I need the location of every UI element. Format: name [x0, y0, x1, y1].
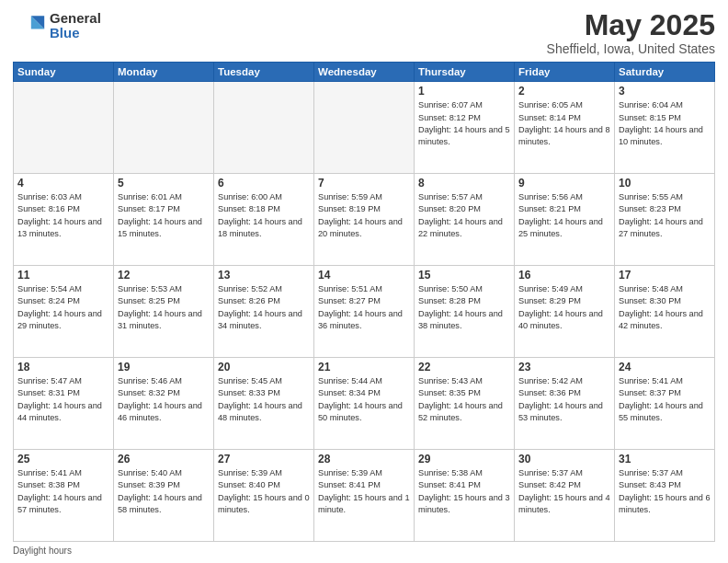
day-info: Sunrise: 6:04 AM Sunset: 8:15 PM Dayligh… — [619, 99, 711, 148]
day-number: 9 — [518, 177, 610, 190]
table-row: 3Sunrise: 6:04 AM Sunset: 8:15 PM Daylig… — [615, 82, 715, 174]
day-number: 4 — [17, 177, 109, 190]
col-sunday: Sunday — [14, 63, 114, 82]
day-info: Sunrise: 6:03 AM Sunset: 8:16 PM Dayligh… — [17, 191, 109, 240]
table-row: 24Sunrise: 5:41 AM Sunset: 8:37 PM Dayli… — [615, 358, 715, 450]
table-row: 31Sunrise: 5:37 AM Sunset: 8:43 PM Dayli… — [615, 450, 715, 542]
table-row: 4Sunrise: 6:03 AM Sunset: 8:16 PM Daylig… — [14, 174, 114, 266]
col-wednesday: Wednesday — [314, 63, 415, 82]
table-row: 11Sunrise: 5:54 AM Sunset: 8:24 PM Dayli… — [14, 266, 114, 358]
day-info: Sunrise: 6:05 AM Sunset: 8:14 PM Dayligh… — [518, 99, 610, 148]
day-info: Sunrise: 5:51 AM Sunset: 8:27 PM Dayligh… — [318, 283, 410, 332]
day-info: Sunrise: 5:38 AM Sunset: 8:41 PM Dayligh… — [418, 467, 510, 516]
day-number: 23 — [518, 361, 610, 373]
table-row: 16Sunrise: 5:49 AM Sunset: 8:29 PM Dayli… — [515, 266, 615, 358]
title-month: May 2025 — [547, 9, 715, 41]
day-info: Sunrise: 5:37 AM Sunset: 8:43 PM Dayligh… — [619, 467, 711, 516]
col-friday: Friday — [515, 63, 615, 82]
day-info: Sunrise: 5:39 AM Sunset: 8:41 PM Dayligh… — [318, 467, 410, 516]
table-row: 2Sunrise: 6:05 AM Sunset: 8:14 PM Daylig… — [515, 82, 615, 174]
footer-note: Daylight hours — [13, 546, 715, 556]
day-info: Sunrise: 5:43 AM Sunset: 8:35 PM Dayligh… — [418, 375, 510, 424]
day-number: 16 — [518, 269, 610, 282]
day-number: 12 — [118, 269, 210, 282]
table-row — [114, 82, 214, 174]
day-info: Sunrise: 5:44 AM Sunset: 8:34 PM Dayligh… — [318, 375, 410, 424]
day-number: 14 — [318, 269, 410, 282]
day-info: Sunrise: 5:40 AM Sunset: 8:39 PM Dayligh… — [118, 467, 210, 516]
day-number: 21 — [318, 361, 410, 373]
day-info: Sunrise: 6:01 AM Sunset: 8:17 PM Dayligh… — [118, 191, 210, 240]
table-row: 7Sunrise: 5:59 AM Sunset: 8:19 PM Daylig… — [314, 174, 415, 266]
table-row: 20Sunrise: 5:45 AM Sunset: 8:33 PM Dayli… — [214, 358, 314, 450]
day-number: 19 — [118, 361, 210, 373]
title-block: May 2025 Sheffield, Iowa, United States — [547, 9, 715, 56]
day-info: Sunrise: 5:41 AM Sunset: 8:37 PM Dayligh… — [619, 375, 711, 424]
day-number: 2 — [518, 85, 610, 98]
day-number: 25 — [17, 453, 109, 465]
table-row: 6Sunrise: 6:00 AM Sunset: 8:18 PM Daylig… — [214, 174, 314, 266]
calendar-week-2: 4Sunrise: 6:03 AM Sunset: 8:16 PM Daylig… — [14, 174, 715, 266]
day-number: 7 — [318, 177, 410, 190]
day-number: 27 — [218, 453, 310, 465]
day-number: 31 — [619, 453, 711, 465]
table-row — [14, 82, 114, 174]
day-number: 13 — [218, 269, 310, 282]
day-number: 30 — [518, 453, 610, 465]
col-monday: Monday — [114, 63, 214, 82]
table-row: 17Sunrise: 5:48 AM Sunset: 8:30 PM Dayli… — [615, 266, 715, 358]
day-number: 8 — [418, 177, 510, 190]
calendar-week-4: 18Sunrise: 5:47 AM Sunset: 8:31 PM Dayli… — [14, 358, 715, 450]
logo-general-text: General — [50, 11, 101, 27]
table-row: 25Sunrise: 5:41 AM Sunset: 8:38 PM Dayli… — [14, 450, 114, 542]
table-row: 28Sunrise: 5:39 AM Sunset: 8:41 PM Dayli… — [314, 450, 415, 542]
col-tuesday: Tuesday — [214, 63, 314, 82]
day-info: Sunrise: 5:59 AM Sunset: 8:19 PM Dayligh… — [318, 191, 410, 240]
day-info: Sunrise: 5:48 AM Sunset: 8:30 PM Dayligh… — [619, 283, 711, 332]
table-row: 5Sunrise: 6:01 AM Sunset: 8:17 PM Daylig… — [114, 174, 214, 266]
col-saturday: Saturday — [615, 63, 715, 82]
logo: General Blue — [13, 9, 101, 42]
table-row: 22Sunrise: 5:43 AM Sunset: 8:35 PM Dayli… — [415, 358, 515, 450]
table-row: 30Sunrise: 5:37 AM Sunset: 8:42 PM Dayli… — [515, 450, 615, 542]
table-row: 18Sunrise: 5:47 AM Sunset: 8:31 PM Dayli… — [14, 358, 114, 450]
table-row: 10Sunrise: 5:55 AM Sunset: 8:23 PM Dayli… — [615, 174, 715, 266]
table-row: 27Sunrise: 5:39 AM Sunset: 8:40 PM Dayli… — [214, 450, 314, 542]
calendar-week-3: 11Sunrise: 5:54 AM Sunset: 8:24 PM Dayli… — [14, 266, 715, 358]
day-info: Sunrise: 5:50 AM Sunset: 8:28 PM Dayligh… — [418, 283, 510, 332]
day-info: Sunrise: 6:00 AM Sunset: 8:18 PM Dayligh… — [218, 191, 310, 240]
calendar-table: Sunday Monday Tuesday Wednesday Thursday… — [13, 62, 715, 542]
table-row: 14Sunrise: 5:51 AM Sunset: 8:27 PM Dayli… — [314, 266, 415, 358]
table-row: 1Sunrise: 6:07 AM Sunset: 8:12 PM Daylig… — [415, 82, 515, 174]
title-location: Sheffield, Iowa, United States — [547, 41, 715, 56]
day-number: 3 — [619, 85, 711, 98]
day-info: Sunrise: 5:57 AM Sunset: 8:20 PM Dayligh… — [418, 191, 510, 240]
header: General Blue May 2025 Sheffield, Iowa, U… — [13, 9, 715, 56]
calendar-week-1: 1Sunrise: 6:07 AM Sunset: 8:12 PM Daylig… — [14, 82, 715, 174]
day-number: 26 — [118, 453, 210, 465]
calendar-header-row: Sunday Monday Tuesday Wednesday Thursday… — [14, 63, 715, 82]
day-info: Sunrise: 5:55 AM Sunset: 8:23 PM Dayligh… — [619, 191, 711, 240]
calendar-week-5: 25Sunrise: 5:41 AM Sunset: 8:38 PM Dayli… — [14, 450, 715, 542]
day-number: 22 — [418, 361, 510, 373]
day-info: Sunrise: 6:07 AM Sunset: 8:12 PM Dayligh… — [418, 99, 510, 148]
day-number: 28 — [318, 453, 410, 465]
day-number: 11 — [17, 269, 109, 282]
day-number: 15 — [418, 269, 510, 282]
logo-text: General Blue — [50, 11, 101, 41]
table-row: 26Sunrise: 5:40 AM Sunset: 8:39 PM Dayli… — [114, 450, 214, 542]
day-info: Sunrise: 5:37 AM Sunset: 8:42 PM Dayligh… — [518, 467, 610, 516]
page: General Blue May 2025 Sheffield, Iowa, U… — [0, 0, 728, 563]
day-info: Sunrise: 5:53 AM Sunset: 8:25 PM Dayligh… — [118, 283, 210, 332]
day-info: Sunrise: 5:54 AM Sunset: 8:24 PM Dayligh… — [17, 283, 109, 332]
table-row: 12Sunrise: 5:53 AM Sunset: 8:25 PM Dayli… — [114, 266, 214, 358]
table-row: 21Sunrise: 5:44 AM Sunset: 8:34 PM Dayli… — [314, 358, 415, 450]
day-info: Sunrise: 5:39 AM Sunset: 8:40 PM Dayligh… — [218, 467, 310, 516]
day-number: 1 — [418, 85, 510, 98]
table-row: 23Sunrise: 5:42 AM Sunset: 8:36 PM Dayli… — [515, 358, 615, 450]
table-row — [214, 82, 314, 174]
day-info: Sunrise: 5:52 AM Sunset: 8:26 PM Dayligh… — [218, 283, 310, 332]
logo-icon — [13, 9, 46, 42]
day-info: Sunrise: 5:41 AM Sunset: 8:38 PM Dayligh… — [17, 467, 109, 516]
table-row: 15Sunrise: 5:50 AM Sunset: 8:28 PM Dayli… — [415, 266, 515, 358]
